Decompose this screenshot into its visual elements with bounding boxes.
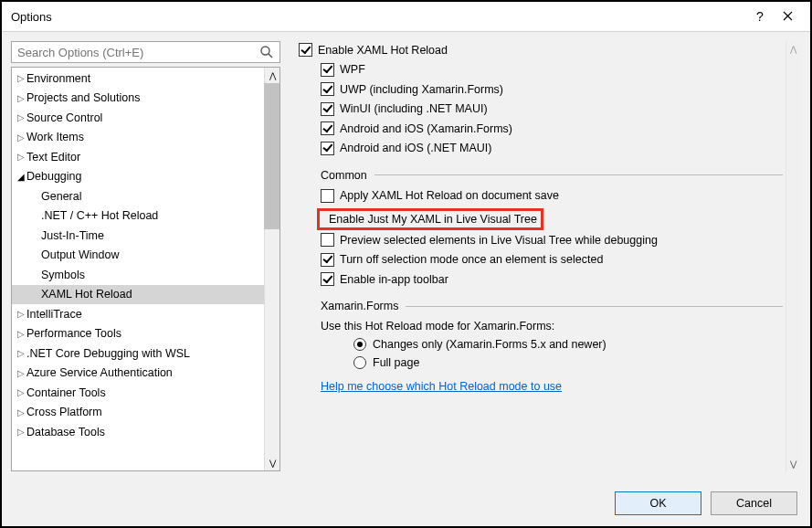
tree-item[interactable]: XAML Hot Reload [12,285,279,305]
svg-point-0 [261,47,269,55]
tree-item[interactable]: ▷Azure Service Authentication [12,364,279,384]
checkbox-label: Android and iOS (.NET MAUI) [340,142,492,154]
tree-item[interactable]: .NET / C++ Hot Reload [12,206,279,227]
tree-item-label: Debugging [26,170,81,183]
checkbox-icon [321,272,334,286]
chevron-right-icon: ▷ [16,387,26,397]
settings-pane: ⋀ ⋁ Enable XAML Hot Reload WPFUWP (inclu… [293,41,801,471]
tree-item[interactable]: ▷IntelliTrace [12,304,279,324]
checkbox-label: Turn off selection mode once an element … [340,253,603,266]
radio-icon [353,356,366,369]
checkbox-icon [321,253,334,267]
pane-scrollbar[interactable] [786,41,801,471]
left-panel: ▷Environment▷Projects and Solutions▷Sour… [11,41,280,471]
checkbox-icon [321,189,334,203]
ok-button[interactable]: OK [615,491,701,515]
help-link[interactable]: Help me choose which Hot Reload mode to … [321,380,562,393]
chevron-right-icon: ▷ [16,407,26,417]
tree-item-label: Performance Tools [26,327,121,340]
tree-item-label: XAML Hot Reload [41,288,132,301]
checkbox-label: UWP (including Xamarin.Forms) [340,83,503,96]
tree-item[interactable]: Output Window [12,246,279,266]
tree-scroll-down[interactable]: ⋁ [264,455,279,470]
search-icon [259,45,274,59]
divider [374,174,783,175]
checkbox-label: Enable Just My XAML in Live Visual Tree [329,213,537,226]
search-input[interactable] [17,46,259,59]
tree-item-label: Just-In-Time [41,229,104,242]
tree-item[interactable]: ▷Environment [12,69,279,89]
tree-item[interactable]: ▷Source Control [12,108,279,128]
checkbox-enable-toolbar[interactable]: Enable in-app toolbar [321,272,783,286]
tree-scroll-up[interactable]: ⋀ [264,68,279,83]
checkbox-platform[interactable]: UWP (including Xamarin.Forms) [321,82,783,96]
highlighted-option: Enable Just My XAML in Live Visual Tree [317,208,543,230]
checkbox-label: Apply XAML Hot Reload on document save [340,189,559,202]
tree-item[interactable]: ▷.NET Core Debugging with WSL [12,343,279,364]
checkbox-platform[interactable]: WPF [321,63,783,77]
tree-item-label: Projects and Solutions [26,91,140,104]
tree-item[interactable]: General [12,186,279,206]
tree-scroll[interactable]: ▷Environment▷Projects and Solutions▷Sour… [12,68,279,470]
tree-item-label: Cross Platform [26,406,102,418]
checkbox-platform[interactable]: Android and iOS (Xamarin.Forms) [321,121,783,135]
tree-item-label: Database Tools [26,426,105,438]
tree-item[interactable]: Just-In-Time [12,226,279,246]
close-icon [783,11,793,21]
chevron-right-icon: ▷ [16,93,26,103]
tree-item-label: Text Editor [26,151,80,164]
tree-item[interactable]: Symbols [12,265,279,285]
xamarin-desc: Use this Hot Reload mode for Xamarin.For… [321,320,783,333]
chevron-right-icon: ▷ [16,132,26,143]
divider [406,306,783,307]
search-box[interactable] [11,41,280,63]
tree-item-label: Azure Service Authentication [26,366,173,379]
pane-scroll-down[interactable]: ⋁ [786,456,801,471]
tree-item-label: Environment [26,72,90,85]
options-dialog: Options ? ▷Environment▷Projects and Solu… [0,0,812,528]
radio-label: Full page [373,356,419,369]
radio-changes-only[interactable]: Changes only (Xamarin.Forms 5.x and newe… [353,338,783,351]
window-title: Options [11,10,746,24]
checkbox-enable-hot-reload[interactable]: Enable XAML Hot Reload [299,43,783,57]
checkbox-platform[interactable]: Android and iOS (.NET MAUI) [321,142,783,155]
checkbox-preview-selected[interactable]: Preview selected elements in Live Visual… [321,233,783,247]
tree-item[interactable]: ◢Debugging [12,167,279,187]
tree-item-label: Work Items [26,131,84,143]
tree-item[interactable]: ▷Performance Tools [12,324,279,344]
checkbox-label: WPF [340,63,365,76]
tree-scrollbar-thumb[interactable] [264,83,279,229]
tree-item[interactable]: ▷Projects and Solutions [12,89,279,109]
tree-item[interactable]: ▷Text Editor [12,147,279,167]
radio-icon [353,338,366,351]
checkbox-platform[interactable]: WinUI (including .NET MAUI) [321,102,783,116]
chevron-right-icon: ▷ [16,152,26,162]
radio-full-page[interactable]: Full page [353,356,783,369]
checkbox-icon [321,63,334,77]
checkbox-turn-off-selection[interactable]: Turn off selection mode once an element … [321,253,783,267]
tree-item-label: General [41,190,81,203]
checkbox-icon [321,233,334,247]
tree-item[interactable]: ▷Database Tools [12,422,279,442]
checkbox-apply-on-save[interactable]: Apply XAML Hot Reload on document save [321,189,783,203]
cancel-button[interactable]: Cancel [711,491,797,515]
pane-scroll-up[interactable]: ⋀ [786,41,801,57]
chevron-right-icon: ▷ [16,329,26,339]
help-button[interactable]: ? [746,9,774,24]
group-common-label: Common [321,169,367,182]
close-button[interactable] [774,9,801,24]
tree-item[interactable]: ▷Cross Platform [12,403,279,423]
chevron-right-icon: ▷ [16,309,26,319]
checkbox-icon [321,82,334,96]
checkbox-icon [321,142,334,155]
tree-item[interactable]: ▷Work Items [12,128,279,148]
svg-line-1 [269,54,272,58]
tree-item[interactable]: ▷Container Tools [12,383,279,403]
chevron-right-icon: ▷ [16,348,26,358]
tree-item-label: Source Control [26,111,102,124]
tree-item-label: Symbols [41,269,85,281]
checkbox-label: Enable XAML Hot Reload [318,44,448,57]
tree-item-label: IntelliTrace [26,308,82,321]
radio-label: Changes only (Xamarin.Forms 5.x and newe… [373,338,606,351]
category-tree: ▷Environment▷Projects and Solutions▷Sour… [11,67,280,471]
